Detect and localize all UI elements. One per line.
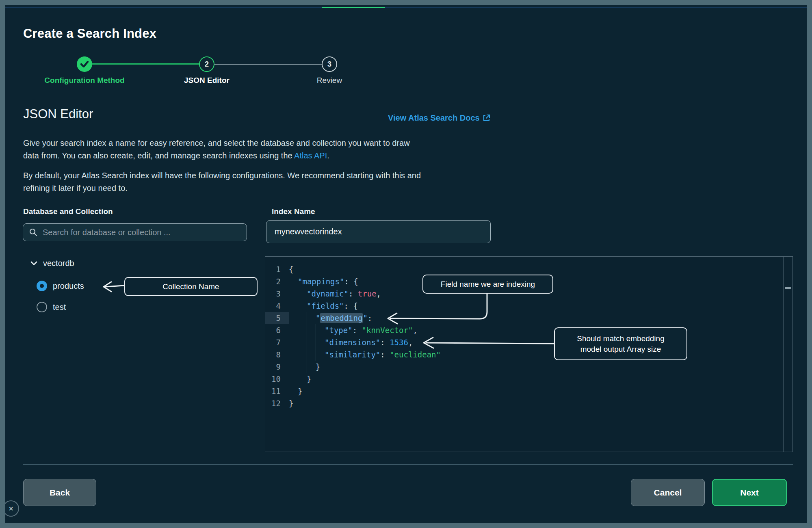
defaults-line-2: refining it later if you need to. [23, 184, 128, 193]
chevron-down-icon [30, 261, 37, 266]
intro-paragraph: Give your search index a name for easy r… [23, 137, 502, 162]
line-number: 6 [265, 324, 289, 336]
indent-guide [298, 361, 307, 373]
arrow-collection-line [105, 286, 124, 287]
editor-scrollbar-thumb[interactable] [785, 287, 791, 289]
callout-collection-text: Collection Name [162, 281, 219, 292]
callout-field-text: Field name we are indexing [441, 279, 535, 290]
code-line: 1{ [265, 263, 793, 275]
line-number: 8 [265, 348, 289, 361]
search-icon [29, 228, 37, 236]
check-icon [80, 61, 89, 67]
indent-guide [298, 336, 307, 348]
collection-name-products: products [53, 281, 84, 291]
collapse-panel-button[interactable]: × [5, 500, 19, 517]
indent-guide [289, 373, 298, 385]
indent-guide [289, 275, 298, 288]
docs-link-label: View Atlas Search Docs [388, 113, 480, 123]
step-json-editor-label: JSON Editor [184, 76, 230, 85]
step-review-label: Review [317, 76, 342, 85]
code-line: 11} [265, 385, 793, 397]
line-number: 4 [265, 300, 289, 312]
indent-guide [289, 385, 298, 397]
step-review-circle[interactable]: 3 [322, 56, 337, 72]
code-line: 12} [265, 397, 793, 409]
indent-guide [289, 300, 298, 312]
code-text: "similarity": "euclidean" [325, 348, 441, 361]
tree-collection-test[interactable]: test [37, 302, 66, 312]
cancel-button[interactable]: Cancel [631, 479, 705, 506]
code-text: "fields": { [307, 300, 358, 312]
line-number: 9 [265, 361, 289, 373]
line-number: 7 [265, 336, 289, 348]
intro-line-2: data from. You can also create, edit, an… [23, 151, 294, 160]
callout-field-name: Field name we are indexing [422, 275, 553, 294]
callout-dimensions: Should match embedding model output Arra… [554, 327, 687, 360]
indent-guide [289, 348, 298, 361]
active-tab-underline [322, 7, 385, 8]
indent-guide [307, 361, 316, 373]
code-line: 8"similarity": "euclidean" [265, 348, 793, 361]
radio-products-selected[interactable] [37, 281, 47, 291]
indent-guide [298, 312, 307, 324]
indent-guide [298, 300, 307, 312]
code-line: 7"dimensions": 1536, [265, 336, 793, 348]
indent-guide [289, 361, 298, 373]
editor-scrollbar-track [783, 257, 793, 452]
step-configuration-method-circle[interactable] [77, 56, 92, 72]
indent-guide [289, 336, 298, 348]
indent-guide [289, 312, 298, 324]
page-title: Create a Search Index [23, 26, 156, 41]
next-button[interactable]: Next [712, 479, 787, 506]
line-number: 10 [265, 373, 289, 385]
line-number: 1 [265, 263, 289, 275]
background-tab-divider [5, 7, 807, 8]
tree-database-vectordb[interactable]: vectordb [30, 259, 74, 268]
back-button[interactable]: Back [23, 479, 96, 506]
arrow-collection-head [104, 282, 111, 292]
tree-collection-products[interactable]: products [37, 281, 84, 291]
radio-test-unselected[interactable] [37, 302, 47, 312]
indent-guide [289, 288, 298, 300]
atlas-api-link[interactable]: Atlas API [294, 151, 327, 160]
indent-guide [298, 324, 307, 336]
stepper-connector-upcoming [214, 64, 323, 65]
collection-name-test: test [53, 303, 66, 312]
code-text: } [307, 373, 311, 385]
defaults-paragraph: By default, your Atlas Search index will… [23, 169, 502, 195]
code-text: } [289, 397, 293, 409]
defaults-line-1: By default, your Atlas Search index will… [23, 171, 421, 180]
index-name-label: Index Name [272, 207, 315, 216]
indent-guide [316, 324, 325, 336]
view-atlas-search-docs-link[interactable]: View Atlas Search Docs [388, 113, 490, 123]
code-text: "dimensions": 1536, [325, 336, 413, 348]
line-number: 11 [265, 385, 289, 397]
indent-guide [307, 324, 316, 336]
code-text: "type": "knnVector", [325, 324, 418, 336]
code-line: 6"type": "knnVector", [265, 324, 793, 336]
code-text: "dynamic": true, [307, 288, 381, 300]
code-line: 9} [265, 361, 793, 373]
index-name-input[interactable] [266, 220, 491, 243]
line-number: 5 [265, 312, 289, 324]
create-search-index-modal: Create a Search Index 2 3 Configuration … [5, 5, 807, 523]
indent-guide [307, 312, 316, 324]
code-text: { [289, 263, 293, 275]
indent-guide [298, 288, 307, 300]
indent-guide [298, 348, 307, 361]
code-line: 5"embedding": [265, 312, 793, 324]
indent-guide [307, 336, 316, 348]
step-json-editor-circle[interactable]: 2 [199, 56, 214, 72]
search-database-collection-input[interactable] [23, 223, 247, 241]
indent-guide [316, 348, 325, 361]
step-configuration-method-label: Configuration Method [44, 76, 124, 85]
callout-dims-line2: model output Array size [580, 344, 661, 355]
indent-guide [316, 336, 325, 348]
code-text: } [316, 361, 320, 373]
intro-line-1: Give your search index a name for easy r… [23, 138, 410, 147]
external-link-icon [483, 114, 490, 122]
code-text: "mappings": { [298, 275, 358, 288]
line-number: 12 [265, 397, 289, 409]
code-text: "embedding": [316, 312, 372, 324]
line-number: 2 [265, 275, 289, 288]
